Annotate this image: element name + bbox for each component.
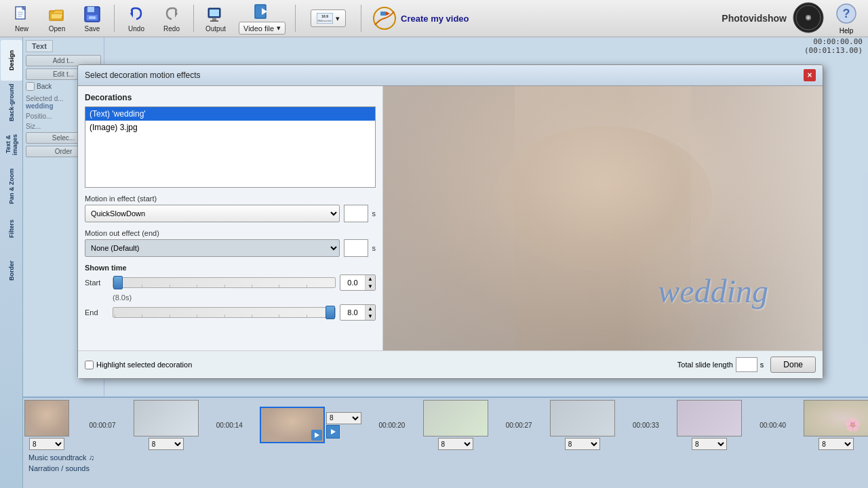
deco-item-0[interactable]: (Text) 'wedding' [85,107,375,121]
motion-in-section: Motion in effect (start) QuickSlowDown S… [85,195,376,222]
highlight-checkbox[interactable] [85,361,94,369]
undo-button[interactable]: Undo [120,2,153,35]
svg-marker-31 [315,432,319,438]
svg-rect-10 [89,16,96,19]
deco-item-1[interactable]: (Image) 3.jpg [85,121,375,134]
start-slider-track[interactable] [113,277,336,288]
resolution-inner[interactable]: 16:9 Widescreen ▾ [311,9,346,27]
sidebar-item-background[interactable]: Back-ground [1,82,22,123]
timeline-select-4[interactable]: 8 [565,438,600,450]
start-slider-thumb[interactable] [113,276,123,289]
open-button[interactable]: Open [41,2,73,35]
timeline-select-selected[interactable]: 8 [326,412,361,424]
resolution-button[interactable]: 16:9 Widescreen ▾ [301,2,355,35]
new-button[interactable]: New [5,2,38,35]
done-button[interactable]: Done [770,357,816,373]
play-btn-icon [330,428,336,435]
open-icon [47,5,66,24]
brand-area: Photovidshow ? Help [722,1,863,36]
ts-4: 00:00:33 [633,422,659,429]
timeline-select-5[interactable]: 8 [692,438,727,450]
end-spin-down[interactable]: ▼ [366,312,375,320]
output-button[interactable]: Output [199,2,232,35]
help-area[interactable]: ? Help [830,3,863,35]
motion-out-select[interactable]: None (Default) QuickSlowDown SlowDown Qu… [85,239,340,257]
preview-area: wedding [383,86,823,350]
timestamp-1: 00:00:14 [199,422,260,429]
timeline-cell-0: 8 [23,400,71,450]
end-spinner: ▲ ▼ [365,305,375,320]
start-value-box: 0.0 ▲ ▼ [340,274,376,291]
separator-2 [193,5,194,32]
separator-1 [114,5,115,32]
timeline-thumb-5[interactable] [677,400,742,436]
timeline-thumb-selected[interactable] [260,407,325,443]
narration-label: Narration / sounds [28,464,863,472]
timeline-thumb-0[interactable] [24,400,69,436]
decoration-dialog: Select decoration motion effects × Decor… [77,64,823,379]
end-spin-up[interactable]: ▲ [366,305,375,312]
timeline-controls-6: 8 [818,438,854,450]
video-file-dropdown[interactable]: Video file ▾ [235,2,290,35]
timeline-select-6[interactable]: 8 [818,438,854,450]
play-icon [311,430,322,441]
separator-3 [295,5,296,32]
end-slider-track[interactable] [113,307,336,318]
timestamp-3: 00:00:27 [488,422,549,429]
left-sidebar: Design Back-ground Text & images Pan & Z… [0,37,23,488]
help-icon: ? [835,3,857,26]
total-slide-input[interactable]: 8 [736,357,757,372]
dialog-right-panel: wedding [383,86,823,350]
motion-in-seconds-input[interactable] [344,205,368,222]
sidebar-item-text-images[interactable]: Text & images [1,124,22,165]
motion-in-unit: s [372,209,376,218]
output-icon [206,5,225,24]
start-spin-down[interactable]: ▼ [366,283,375,290]
motion-out-unit: s [372,244,376,252]
svg-point-28 [807,16,810,19]
video-file-inner[interactable]: Video file ▾ [239,22,285,35]
end-slider-ticks [113,308,335,317]
ts-5: 00:00:40 [760,422,786,429]
create-video-button[interactable]: Create my video [367,3,474,33]
end-value-input[interactable]: 8.0 [340,305,365,320]
timeline-thumb-4[interactable] [550,400,615,436]
deco-item-0-label: (Text) 'wedding' [90,109,146,119]
timeline-thumb-3[interactable] [423,400,488,436]
redo-label: Redo [163,25,180,33]
sidebar-item-border[interactable]: Border [1,250,22,291]
end-slider-thumb[interactable] [326,306,335,319]
output-label: Output [205,25,226,33]
resolution-chevron: ▾ [336,14,340,23]
timeline-select-1[interactable]: 8 [149,438,184,450]
timeline-thumb-6[interactable]: 🌸 [804,400,868,436]
brand-icon [792,1,825,36]
motion-out-seconds-input[interactable] [344,239,368,257]
help-label: Help [840,27,854,35]
timeline-thumb-1[interactable] [134,400,199,436]
save-button[interactable]: Save [76,2,108,35]
total-time: (00:01:13.00) [804,46,863,55]
video-file-chevron: ▾ [277,24,281,33]
svg-marker-32 [331,429,336,434]
sidebar-item-filters[interactable]: Filters [1,208,22,249]
dialog-close-button[interactable]: × [804,69,816,81]
start-slider-row: Start 0.0 [85,274,376,291]
timeline-select-0[interactable]: 8 [29,438,64,450]
motion-in-label: Motion in effect (start) [85,195,376,203]
video-file-icon [253,2,272,20]
sidebar-item-design[interactable]: Design [1,40,22,81]
sidebar-item-pan-zoom[interactable]: Pan & Zoom [1,166,22,207]
current-time: 00:00:00.00 [804,37,863,46]
timeline-select-3[interactable]: 8 [438,438,473,450]
start-spin-up[interactable]: ▲ [366,275,375,283]
end-label: End [85,308,108,317]
redo-button[interactable]: Redo [155,2,188,35]
start-value-input[interactable]: 0.0 [340,275,365,290]
timeline-play-btn[interactable] [326,425,340,439]
motion-in-select[interactable]: QuickSlowDown SlowDown QuickIn Bounce No… [85,205,340,222]
highlight-label[interactable]: Highlight selected decoration [85,361,192,369]
selected-cell-controls: 8 [326,412,361,439]
timestamp-5: 00:00:40 [743,422,804,429]
shown-time-section: Shown time Start [85,264,376,321]
